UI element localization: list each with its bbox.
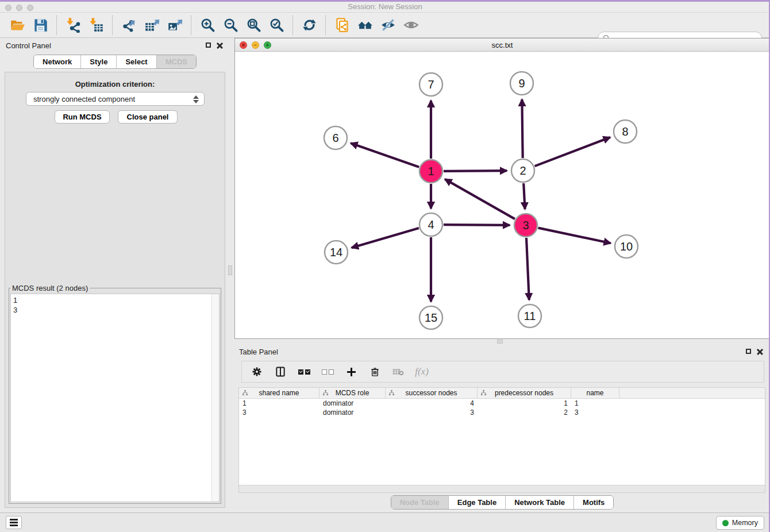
column-header-successor-nodes[interactable]: successor nodes bbox=[386, 388, 478, 398]
show-columns-button[interactable] bbox=[274, 365, 287, 378]
graph-node-1[interactable]: 1 bbox=[419, 160, 442, 183]
delete-table-button[interactable] bbox=[392, 365, 405, 378]
table-row[interactable]: 1dominator411 bbox=[239, 399, 765, 408]
tab-motifs[interactable]: Motifs bbox=[573, 496, 613, 509]
cell-predecessor-nodes[interactable]: 1 bbox=[478, 399, 571, 407]
memory-status-dot-icon bbox=[722, 520, 729, 526]
network-view-title: scc.txt bbox=[235, 41, 769, 49]
graph-node-7[interactable]: 7 bbox=[419, 73, 442, 96]
column-header-MCDS-role[interactable]: MCDS role bbox=[319, 388, 386, 398]
graph-node-14[interactable]: 14 bbox=[325, 241, 348, 264]
mcds-result-fieldset: MCDS result (2 nodes) 13 bbox=[9, 284, 221, 504]
graph-edge-1-2[interactable] bbox=[444, 171, 507, 171]
optimization-select[interactable]: strongly connected component bbox=[26, 92, 205, 106]
zoom-out-button[interactable] bbox=[219, 15, 242, 36]
add-column-button[interactable] bbox=[345, 365, 357, 378]
zoom-in-button[interactable] bbox=[196, 15, 219, 36]
zoom-fit-button[interactable] bbox=[242, 15, 265, 36]
cell-predecessor-nodes[interactable]: 2 bbox=[478, 408, 571, 417]
memory-button[interactable]: Memory bbox=[716, 516, 764, 530]
cell-MCDS-role[interactable]: dominator bbox=[319, 408, 386, 417]
graph-edge-2-8[interactable] bbox=[535, 137, 610, 166]
cell-shared-name[interactable]: 3 bbox=[239, 408, 319, 417]
horizontal-splitter-handle[interactable] bbox=[497, 340, 503, 344]
graph-edge-3-11[interactable] bbox=[526, 238, 529, 300]
tab-network[interactable]: Network bbox=[34, 55, 80, 68]
graph-node-6[interactable]: 6 bbox=[324, 126, 347, 149]
tab-style[interactable]: Style bbox=[80, 55, 116, 68]
column-header-name[interactable]: name bbox=[571, 388, 619, 398]
column-label: shared name bbox=[259, 389, 299, 397]
tab-network-table[interactable]: Network Table bbox=[505, 496, 573, 509]
graph-edge-2-9[interactable] bbox=[522, 99, 522, 158]
graph-node-2[interactable]: 2 bbox=[511, 159, 534, 182]
open-session-button[interactable] bbox=[6, 15, 29, 36]
app-titlebar: Session: New Session bbox=[0, 0, 770, 13]
graph-node-9[interactable]: 9 bbox=[510, 72, 533, 95]
graph-node-15[interactable]: 15 bbox=[419, 306, 442, 329]
graph-edge-3-1[interactable] bbox=[445, 179, 515, 219]
graph-node-10[interactable]: 10 bbox=[615, 235, 638, 258]
graph-node-3[interactable]: 3 bbox=[514, 214, 537, 237]
graph-edge-2-3[interactable] bbox=[523, 183, 525, 209]
column-header-predecessor-nodes[interactable]: predecessor nodes bbox=[478, 388, 571, 398]
table-row[interactable]: 3dominator323 bbox=[239, 408, 765, 417]
import-table-button[interactable] bbox=[84, 15, 107, 36]
tab-mcds[interactable]: MCDS bbox=[156, 55, 196, 68]
column-header-shared-name[interactable]: shared name bbox=[239, 388, 319, 398]
delete-table-icon bbox=[392, 367, 404, 376]
cell-successor-nodes[interactable]: 4 bbox=[386, 399, 478, 407]
export-table-button[interactable] bbox=[140, 15, 163, 36]
cell-shared-name[interactable]: 1 bbox=[239, 399, 319, 407]
tab-select[interactable]: Select bbox=[116, 55, 156, 68]
mcds-result-box: 13 bbox=[10, 294, 220, 502]
delete-column-button[interactable] bbox=[368, 365, 381, 378]
cell-MCDS-role[interactable]: dominator bbox=[319, 399, 386, 407]
select-all-button[interactable] bbox=[298, 365, 310, 378]
tab-edge-table[interactable]: Edge Table bbox=[448, 496, 505, 509]
import-network-button[interactable] bbox=[61, 15, 84, 36]
home-button[interactable] bbox=[353, 15, 376, 36]
mcds-result-line: 3 bbox=[13, 305, 209, 315]
float-panel-icon[interactable] bbox=[206, 43, 211, 48]
export-network-button[interactable] bbox=[117, 15, 140, 36]
graph-edge-3-10[interactable] bbox=[538, 228, 611, 244]
network-canvas[interactable]: 7968124314101511 bbox=[235, 52, 769, 338]
result-scrollbar[interactable] bbox=[211, 294, 219, 502]
export-image-button[interactable] bbox=[163, 15, 186, 36]
cell-successor-nodes[interactable]: 3 bbox=[386, 408, 478, 417]
close-table-panel-icon[interactable] bbox=[757, 348, 763, 354]
task-history-button[interactable] bbox=[6, 516, 22, 529]
zoom-selected-button[interactable] bbox=[265, 15, 288, 36]
hide-panels-button[interactable] bbox=[376, 15, 399, 36]
show-panels-button[interactable] bbox=[399, 15, 422, 36]
graph-edge-4-3[interactable] bbox=[444, 225, 510, 225]
refresh-button[interactable] bbox=[298, 15, 321, 36]
table-hscrollbar[interactable] bbox=[239, 485, 765, 492]
network-graph[interactable]: 7968124314101511 bbox=[235, 52, 769, 338]
float-table-panel-icon[interactable] bbox=[746, 349, 751, 354]
function-builder-button[interactable]: f(x) bbox=[415, 365, 428, 378]
graph-node-4[interactable]: 4 bbox=[419, 213, 442, 236]
graph-node-11[interactable]: 11 bbox=[518, 304, 541, 327]
tab-node-table[interactable]: Node Table bbox=[391, 496, 448, 509]
run-mcds-button[interactable]: Run MCDS bbox=[55, 110, 110, 124]
optimization-value: strongly connected component bbox=[33, 95, 135, 103]
network-window-titlebar[interactable]: × − + scc.txt bbox=[235, 38, 769, 52]
save-session-button[interactable] bbox=[29, 15, 52, 36]
close-panel-button[interactable]: Close panel bbox=[118, 110, 178, 124]
cell-name[interactable]: 3 bbox=[571, 408, 619, 417]
cell-name[interactable]: 1 bbox=[571, 399, 619, 407]
graph-node-8[interactable]: 8 bbox=[614, 120, 637, 143]
graph-edge-4-14[interactable] bbox=[352, 228, 419, 248]
close-panel-icon[interactable] bbox=[217, 42, 223, 48]
table-settings-button[interactable] bbox=[251, 365, 263, 378]
clone-network-button[interactable] bbox=[330, 15, 353, 36]
svg-text:4: 4 bbox=[428, 218, 434, 231]
vertical-splitter-handle[interactable] bbox=[228, 265, 232, 275]
deselect-all-button[interactable] bbox=[321, 365, 334, 378]
svg-text:11: 11 bbox=[524, 310, 536, 322]
graph-edge-1-6[interactable] bbox=[351, 143, 419, 167]
svg-text:15: 15 bbox=[425, 311, 437, 324]
mcds-result-line: 1 bbox=[13, 295, 209, 305]
